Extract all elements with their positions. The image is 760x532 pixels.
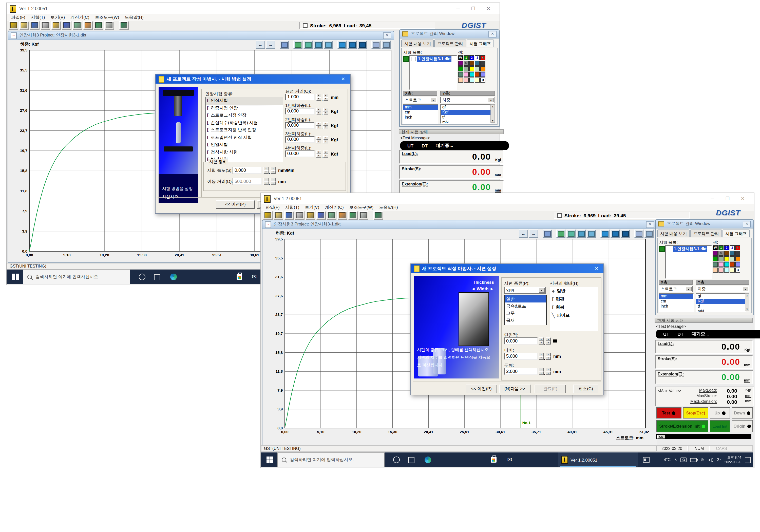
device-control-icon[interactable] bbox=[83, 21, 93, 30]
test-type-option-2[interactable]: I스트로크지정 인장 bbox=[206, 112, 283, 119]
finish-button[interactable]: 완료(F) bbox=[535, 385, 566, 393]
chevron-down-icon[interactable]: ▼ bbox=[488, 98, 494, 102]
minimize-icon[interactable]: ─ bbox=[708, 195, 716, 202]
palette-color-13[interactable] bbox=[475, 66, 480, 72]
menu-item-0[interactable]: 파일(F) bbox=[265, 205, 280, 211]
palette-color-15[interactable] bbox=[458, 72, 463, 77]
print-icon[interactable] bbox=[295, 211, 305, 219]
next-button[interactable]: (N)다음 >> bbox=[499, 385, 531, 393]
cancel-button[interactable]: 취소(C) bbox=[573, 385, 598, 393]
kind-option-0[interactable]: 일반 bbox=[505, 295, 546, 303]
notification-center-icon[interactable] bbox=[745, 457, 751, 463]
origin-button[interactable]: Origin bbox=[732, 420, 753, 432]
chevron-down-icon[interactable]: ▼ bbox=[539, 288, 545, 293]
equip-input[interactable]: 0.000 bbox=[233, 167, 262, 173]
field-input[interactable]: 1.000 bbox=[285, 93, 315, 100]
cortana-icon[interactable] bbox=[135, 269, 148, 284]
palette-color-9[interactable] bbox=[735, 251, 740, 256]
palette-color-5[interactable] bbox=[458, 61, 463, 66]
help-icon[interactable] bbox=[373, 211, 383, 219]
palette-color-18[interactable] bbox=[475, 72, 480, 77]
palette-color-17[interactable] bbox=[724, 262, 729, 267]
palette-color-17[interactable] bbox=[469, 72, 474, 77]
chevron-down-icon[interactable]: ▼ bbox=[430, 98, 436, 102]
dialog-title-bar[interactable]: 새 프로젝트 작성 마법사. - 시편 설정 ✕ bbox=[411, 264, 603, 273]
palette-color-24[interactable]: B bbox=[735, 267, 740, 272]
specimen-kind-combo[interactable]: 일반▼ bbox=[504, 287, 546, 294]
palette-color-7[interactable] bbox=[724, 251, 729, 256]
kind-option-2[interactable]: 고무 bbox=[505, 310, 546, 317]
close-icon[interactable]: ✕ bbox=[593, 265, 600, 272]
palette-color-10[interactable] bbox=[713, 256, 718, 262]
menu-item-3[interactable]: 계산기(C) bbox=[325, 205, 344, 211]
palette-color-19[interactable] bbox=[735, 262, 740, 267]
palette-color-4[interactable]: 4 bbox=[735, 245, 740, 250]
specimen-kind-list[interactable]: 일반금속&로프고무목재 bbox=[504, 295, 547, 325]
palette-color-21[interactable] bbox=[464, 77, 469, 82]
task-view-icon[interactable] bbox=[405, 453, 418, 467]
graph-settings-icon[interactable] bbox=[72, 21, 82, 30]
chart-doc-close-icon[interactable]: ✕ bbox=[646, 221, 654, 228]
store-icon[interactable] bbox=[233, 269, 246, 284]
volume-icon[interactable]: ◄)) bbox=[707, 458, 713, 461]
news-icon[interactable] bbox=[640, 453, 652, 467]
load-init-button[interactable]: Load Init bbox=[710, 420, 730, 432]
palette-color-11[interactable] bbox=[718, 256, 724, 262]
weather-widget[interactable]: 4°C bbox=[664, 458, 671, 462]
chevron-down-icon[interactable]: ▼ bbox=[686, 287, 691, 291]
unit-option-gf[interactable]: gf bbox=[441, 105, 491, 110]
start-button[interactable] bbox=[263, 453, 276, 467]
test-type-option-3[interactable]: I손실계수(하중반복) 시험 bbox=[206, 119, 283, 127]
search-input[interactable]: 검색하려면 여기에 입력하십시오. bbox=[277, 453, 385, 467]
field-spinner[interactable]: ▲▼ bbox=[323, 108, 328, 115]
field-spinner[interactable]: ▲▼ bbox=[316, 122, 321, 129]
mail-icon[interactable]: ✉ bbox=[248, 269, 261, 284]
unit-option-inch[interactable]: inch bbox=[659, 304, 693, 309]
tab-0[interactable]: 시험 내용 보기 bbox=[401, 39, 434, 47]
camera-icon[interactable] bbox=[681, 458, 687, 462]
palette-color-0[interactable]: W bbox=[713, 245, 718, 250]
open-test-icon[interactable] bbox=[19, 21, 29, 30]
palette-color-14[interactable] bbox=[480, 66, 485, 72]
field-spinner[interactable]: ▲▼ bbox=[323, 150, 328, 157]
series-color-swatch[interactable] bbox=[659, 246, 665, 252]
title-bar[interactable]: Ver 1.2.00051 ─ ❐ ✕ bbox=[261, 193, 754, 204]
device-control-icon[interactable] bbox=[337, 211, 347, 219]
tab-0[interactable]: 시험 내용 보기 bbox=[657, 229, 690, 237]
equip-spinner[interactable]: ▲▼ bbox=[270, 167, 276, 174]
shape-option-2[interactable]: I환봉 bbox=[550, 304, 598, 312]
open-test-icon[interactable] bbox=[274, 211, 283, 219]
dialog-title-bar[interactable]: 새 프로젝트 작성 마법사. - 시험 방법 설정 ✕ bbox=[156, 74, 350, 84]
curve-view-icon[interactable] bbox=[348, 211, 358, 219]
unit-option-cm[interactable]: cm bbox=[403, 110, 438, 115]
field-spinner[interactable]: ▲▼ bbox=[316, 93, 321, 101]
prev-button[interactable]: << 이전(P) bbox=[216, 200, 255, 209]
start-button[interactable] bbox=[9, 269, 22, 284]
minimize-icon[interactable]: ─ bbox=[454, 5, 462, 12]
chart-doc-close-icon[interactable]: ✕ bbox=[383, 32, 391, 39]
edge-icon[interactable] bbox=[421, 453, 434, 467]
unit-option-mN[interactable]: mN bbox=[441, 120, 491, 123]
scrollbar[interactable]: ▲▼ bbox=[491, 104, 495, 122]
field-input[interactable]: 0.000 bbox=[504, 337, 538, 345]
kind-option-3[interactable]: 목재 bbox=[505, 317, 546, 324]
new-test-icon[interactable] bbox=[263, 211, 272, 219]
export-icon[interactable] bbox=[284, 211, 294, 219]
test-type-option-5[interactable]: I로프및연선 인장 시험 bbox=[206, 134, 283, 141]
project-panel-title-bar[interactable]: 프로젝트 관리 Window ✕ bbox=[400, 30, 499, 38]
network-icon[interactable]: ⊕ bbox=[700, 458, 704, 462]
palette-color-8[interactable] bbox=[475, 61, 480, 66]
field-spinner[interactable]: ▲▼ bbox=[539, 337, 544, 345]
menu-item-5[interactable]: 도움말(H) bbox=[379, 205, 398, 211]
unit-option-Kgf[interactable]: Kgf bbox=[696, 299, 745, 304]
up-button[interactable]: Up bbox=[710, 408, 730, 418]
menu-item-3[interactable]: 계산기(C) bbox=[71, 15, 89, 21]
field-spinner[interactable]: ▲▼ bbox=[546, 337, 551, 345]
field-input[interactable]: 5.000 bbox=[504, 353, 538, 360]
tab-2[interactable]: 시험 그래프 bbox=[466, 39, 494, 47]
menu-item-2[interactable]: 보기(V) bbox=[305, 205, 319, 211]
field-spinner[interactable]: ▲▼ bbox=[323, 93, 328, 101]
menu-item-0[interactable]: 파일(F) bbox=[11, 15, 25, 21]
scrollbar[interactable]: ▲▼ bbox=[745, 293, 749, 311]
shape-option-3[interactable]: ╲파이프 bbox=[550, 312, 598, 320]
